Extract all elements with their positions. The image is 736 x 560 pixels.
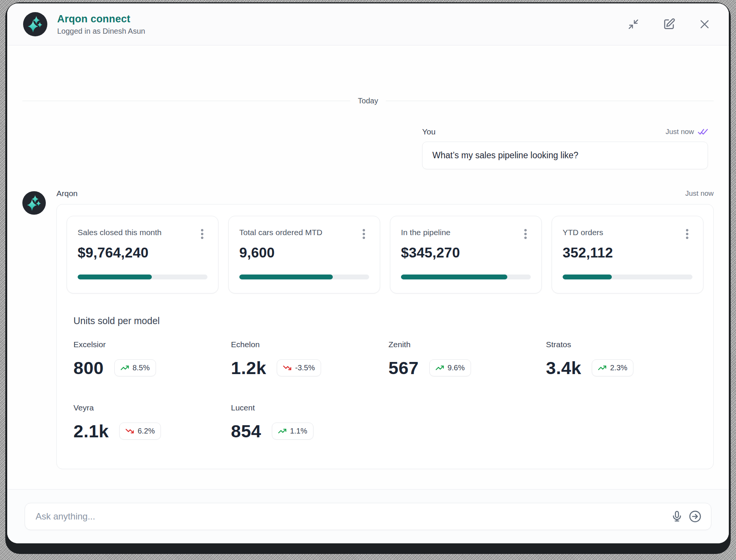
trending-up-icon [435, 363, 444, 372]
kpi-progress-fill [563, 275, 612, 279]
composer-bar [7, 489, 729, 543]
kpi-value: $9,764,240 [78, 245, 207, 261]
model-value: 800 [73, 357, 104, 378]
model-name: Excelsior [73, 340, 231, 349]
model-name: Lucent [231, 403, 388, 412]
kpi-label: In the pipeline [401, 228, 451, 237]
kpi-label: YTD orders [563, 228, 603, 237]
date-divider-label: Today [358, 97, 378, 105]
model-stat-lucent: Lucent 854 1.1% [231, 403, 388, 441]
trending-up-icon [120, 363, 129, 372]
collapse-button[interactable] [625, 16, 642, 33]
chat-widget-window: Arqon connect Logged in as Dinesh Asun [7, 3, 729, 543]
trending-down-icon [283, 363, 292, 372]
collapse-icon [628, 19, 639, 30]
screenshot-stage: Arqon connect Logged in as Dinesh Asun [0, 0, 736, 560]
trend-badge: 1.1% [272, 423, 313, 440]
user-message-timestamp: Just now [666, 128, 708, 136]
edit-icon [663, 18, 675, 31]
kpi-card-cars-ordered: Total cars ordered MTD 9,600 [228, 216, 380, 293]
logged-in-status: Logged in as Dinesh Asun [57, 27, 145, 36]
trend-percentage: 2.3% [610, 363, 627, 372]
model-grid: Excelsior 800 8.5% [67, 340, 703, 441]
model-stat-zenith: Zenith 567 9.6% [388, 340, 546, 378]
widget-header: Arqon connect Logged in as Dinesh Asun [7, 3, 729, 45]
kpi-label: Total cars ordered MTD [239, 228, 322, 237]
user-sender-label: You [422, 127, 435, 136]
user-message-bubble: What’s my sales pipeline looking like? [422, 142, 708, 169]
arqon-avatar [22, 191, 46, 215]
trend-badge: 6.2% [119, 423, 161, 440]
trend-percentage: -3.5% [295, 363, 315, 372]
ask-anything-input[interactable] [36, 511, 668, 522]
assistant-message: Arqon Just now Sales closed this month [22, 189, 714, 469]
kebab-icon [363, 229, 365, 239]
kebab-menu-button[interactable] [520, 228, 531, 240]
date-divider: Today [22, 97, 714, 105]
kebab-icon [201, 229, 203, 239]
kebab-menu-button[interactable] [197, 228, 207, 240]
trend-badge: -3.5% [277, 359, 321, 376]
new-chat-button[interactable] [661, 16, 677, 33]
trend-percentage: 1.1% [290, 427, 307, 435]
close-icon [699, 18, 711, 30]
kpi-card-ytd-orders: YTD orders 352,112 [552, 216, 703, 293]
model-value: 1.2k [231, 357, 266, 378]
kpi-label: Sales closed this month [78, 228, 162, 237]
trend-badge: 9.6% [429, 359, 471, 376]
send-button[interactable] [686, 507, 704, 526]
kebab-menu-button[interactable] [359, 228, 369, 240]
microphone-button[interactable] [668, 507, 686, 526]
kebab-menu-button[interactable] [682, 228, 692, 240]
kpi-value: 352,112 [563, 245, 692, 261]
kpi-progress-track [78, 275, 207, 279]
trend-percentage: 6.2% [137, 427, 155, 435]
trending-up-icon [598, 363, 607, 372]
trending-down-icon [125, 427, 134, 435]
kpi-progress-track [239, 275, 369, 279]
dashboard-response-card: Sales closed this month $9,764,240 [56, 204, 714, 469]
model-name: Zenith [388, 340, 546, 349]
trending-up-icon [278, 427, 287, 435]
chat-scroll-area[interactable]: Today You Just now What’s my sales pipel… [7, 45, 729, 489]
sparkles-icon [27, 16, 44, 33]
kpi-progress-track [563, 275, 692, 279]
close-button[interactable] [696, 16, 713, 33]
kpi-progress-fill [401, 275, 507, 279]
assistant-message-timestamp: Just now [685, 189, 714, 198]
kpi-value: $345,270 [401, 245, 531, 261]
trend-badge: 2.3% [592, 359, 633, 376]
arqon-logo [23, 12, 47, 36]
kpi-value: 9,600 [239, 245, 369, 261]
model-value: 567 [388, 357, 419, 378]
kpi-card-sales-closed: Sales closed this month $9,764,240 [67, 216, 218, 293]
microphone-icon [671, 510, 683, 523]
model-stat-echelon: Echelon 1.2k -3.5% [231, 340, 388, 378]
model-value: 2.1k [73, 421, 109, 441]
kebab-icon [686, 229, 688, 239]
double-check-icon [698, 128, 708, 136]
sparkles-icon [26, 195, 42, 211]
kpi-progress-track [401, 275, 531, 279]
assistant-sender-label: Arqon [56, 189, 78, 198]
trend-percentage: 9.6% [448, 363, 465, 372]
composer-field-wrap [25, 503, 711, 530]
kpi-card-pipeline: In the pipeline $345,270 [390, 216, 542, 293]
model-name: Echelon [231, 340, 388, 349]
trend-badge: 8.5% [114, 359, 156, 376]
kebab-icon [524, 229, 527, 239]
user-message: You Just now What’s my sales pipeline lo… [422, 127, 708, 169]
model-name: Stratos [546, 340, 703, 349]
widget-title: Arqon connect [57, 13, 145, 25]
model-value: 854 [231, 421, 261, 441]
units-section-title: Units sold per model [73, 315, 703, 326]
model-value: 3.4k [546, 357, 581, 378]
model-stat-veyra: Veyra 2.1k 6.2% [73, 403, 231, 441]
kpi-progress-fill [239, 275, 333, 279]
send-icon [688, 510, 702, 523]
model-stat-stratos: Stratos 3.4k 2.3% [546, 340, 703, 378]
header-titles: Arqon connect Logged in as Dinesh Asun [57, 13, 145, 36]
trend-percentage: 8.5% [133, 363, 150, 372]
kpi-grid: Sales closed this month $9,764,240 [67, 216, 703, 293]
kpi-progress-fill [78, 275, 152, 279]
